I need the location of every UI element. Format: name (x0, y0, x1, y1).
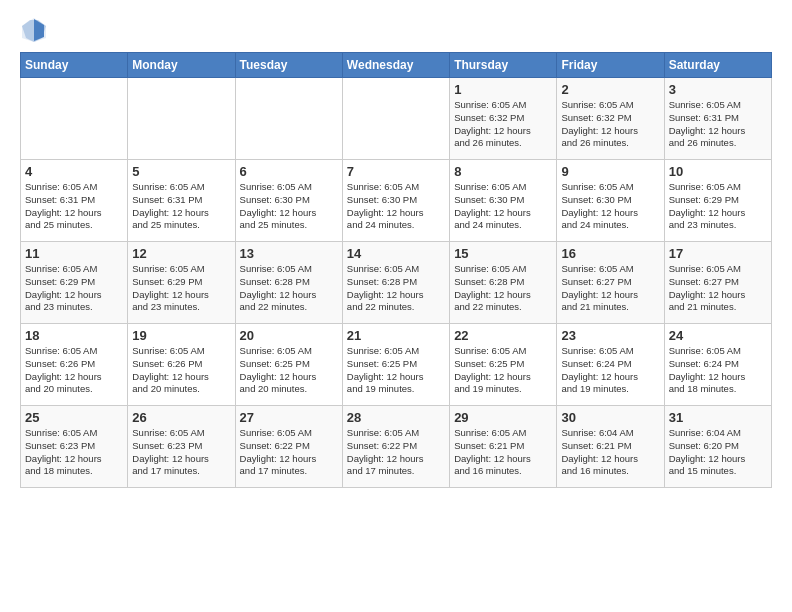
day-number: 8 (454, 164, 552, 179)
weekday-wednesday: Wednesday (342, 53, 449, 78)
calendar-cell: 1Sunrise: 6:05 AM Sunset: 6:32 PM Daylig… (450, 78, 557, 160)
day-info: Sunrise: 6:05 AM Sunset: 6:31 PM Dayligh… (25, 181, 123, 232)
calendar-cell: 15Sunrise: 6:05 AM Sunset: 6:28 PM Dayli… (450, 242, 557, 324)
weekday-thursday: Thursday (450, 53, 557, 78)
day-info: Sunrise: 6:05 AM Sunset: 6:25 PM Dayligh… (347, 345, 445, 396)
day-info: Sunrise: 6:05 AM Sunset: 6:29 PM Dayligh… (25, 263, 123, 314)
day-number: 13 (240, 246, 338, 261)
week-row-5: 25Sunrise: 6:05 AM Sunset: 6:23 PM Dayli… (21, 406, 772, 488)
calendar-cell: 17Sunrise: 6:05 AM Sunset: 6:27 PM Dayli… (664, 242, 771, 324)
day-number: 11 (25, 246, 123, 261)
day-info: Sunrise: 6:05 AM Sunset: 6:25 PM Dayligh… (454, 345, 552, 396)
day-info: Sunrise: 6:05 AM Sunset: 6:28 PM Dayligh… (240, 263, 338, 314)
calendar-cell: 7Sunrise: 6:05 AM Sunset: 6:30 PM Daylig… (342, 160, 449, 242)
calendar-cell: 26Sunrise: 6:05 AM Sunset: 6:23 PM Dayli… (128, 406, 235, 488)
calendar-cell: 20Sunrise: 6:05 AM Sunset: 6:25 PM Dayli… (235, 324, 342, 406)
day-number: 1 (454, 82, 552, 97)
day-number: 31 (669, 410, 767, 425)
day-number: 16 (561, 246, 659, 261)
calendar-cell: 23Sunrise: 6:05 AM Sunset: 6:24 PM Dayli… (557, 324, 664, 406)
day-info: Sunrise: 6:05 AM Sunset: 6:29 PM Dayligh… (669, 181, 767, 232)
calendar-cell: 24Sunrise: 6:05 AM Sunset: 6:24 PM Dayli… (664, 324, 771, 406)
week-row-4: 18Sunrise: 6:05 AM Sunset: 6:26 PM Dayli… (21, 324, 772, 406)
day-number: 26 (132, 410, 230, 425)
day-info: Sunrise: 6:05 AM Sunset: 6:28 PM Dayligh… (454, 263, 552, 314)
weekday-sunday: Sunday (21, 53, 128, 78)
day-number: 24 (669, 328, 767, 343)
week-row-2: 4Sunrise: 6:05 AM Sunset: 6:31 PM Daylig… (21, 160, 772, 242)
calendar-cell: 13Sunrise: 6:05 AM Sunset: 6:28 PM Dayli… (235, 242, 342, 324)
day-info: Sunrise: 6:05 AM Sunset: 6:23 PM Dayligh… (25, 427, 123, 478)
calendar-cell: 8Sunrise: 6:05 AM Sunset: 6:30 PM Daylig… (450, 160, 557, 242)
weekday-tuesday: Tuesday (235, 53, 342, 78)
day-info: Sunrise: 6:04 AM Sunset: 6:21 PM Dayligh… (561, 427, 659, 478)
day-number: 14 (347, 246, 445, 261)
day-info: Sunrise: 6:05 AM Sunset: 6:25 PM Dayligh… (240, 345, 338, 396)
day-number: 9 (561, 164, 659, 179)
day-number: 20 (240, 328, 338, 343)
day-info: Sunrise: 6:04 AM Sunset: 6:20 PM Dayligh… (669, 427, 767, 478)
calendar-cell: 30Sunrise: 6:04 AM Sunset: 6:21 PM Dayli… (557, 406, 664, 488)
day-info: Sunrise: 6:05 AM Sunset: 6:23 PM Dayligh… (132, 427, 230, 478)
day-number: 17 (669, 246, 767, 261)
day-number: 5 (132, 164, 230, 179)
day-number: 12 (132, 246, 230, 261)
calendar-cell: 4Sunrise: 6:05 AM Sunset: 6:31 PM Daylig… (21, 160, 128, 242)
day-info: Sunrise: 6:05 AM Sunset: 6:31 PM Dayligh… (669, 99, 767, 150)
day-number: 7 (347, 164, 445, 179)
calendar-cell: 6Sunrise: 6:05 AM Sunset: 6:30 PM Daylig… (235, 160, 342, 242)
day-number: 15 (454, 246, 552, 261)
day-info: Sunrise: 6:05 AM Sunset: 6:30 PM Dayligh… (454, 181, 552, 232)
day-number: 18 (25, 328, 123, 343)
calendar-cell: 27Sunrise: 6:05 AM Sunset: 6:22 PM Dayli… (235, 406, 342, 488)
calendar-cell: 31Sunrise: 6:04 AM Sunset: 6:20 PM Dayli… (664, 406, 771, 488)
calendar-cell: 14Sunrise: 6:05 AM Sunset: 6:28 PM Dayli… (342, 242, 449, 324)
calendar-cell: 12Sunrise: 6:05 AM Sunset: 6:29 PM Dayli… (128, 242, 235, 324)
logo-icon (20, 16, 48, 44)
day-info: Sunrise: 6:05 AM Sunset: 6:31 PM Dayligh… (132, 181, 230, 232)
day-info: Sunrise: 6:05 AM Sunset: 6:24 PM Dayligh… (561, 345, 659, 396)
calendar-cell: 21Sunrise: 6:05 AM Sunset: 6:25 PM Dayli… (342, 324, 449, 406)
calendar-cell: 11Sunrise: 6:05 AM Sunset: 6:29 PM Dayli… (21, 242, 128, 324)
day-number: 2 (561, 82, 659, 97)
day-number: 25 (25, 410, 123, 425)
calendar-cell (21, 78, 128, 160)
weekday-header-row: SundayMondayTuesdayWednesdayThursdayFrid… (21, 53, 772, 78)
day-info: Sunrise: 6:05 AM Sunset: 6:26 PM Dayligh… (25, 345, 123, 396)
day-number: 28 (347, 410, 445, 425)
day-info: Sunrise: 6:05 AM Sunset: 6:22 PM Dayligh… (240, 427, 338, 478)
week-row-3: 11Sunrise: 6:05 AM Sunset: 6:29 PM Dayli… (21, 242, 772, 324)
day-info: Sunrise: 6:05 AM Sunset: 6:26 PM Dayligh… (132, 345, 230, 396)
calendar-cell: 22Sunrise: 6:05 AM Sunset: 6:25 PM Dayli… (450, 324, 557, 406)
day-number: 19 (132, 328, 230, 343)
week-row-1: 1Sunrise: 6:05 AM Sunset: 6:32 PM Daylig… (21, 78, 772, 160)
logo (20, 16, 52, 44)
day-number: 29 (454, 410, 552, 425)
day-number: 27 (240, 410, 338, 425)
calendar-cell: 10Sunrise: 6:05 AM Sunset: 6:29 PM Dayli… (664, 160, 771, 242)
day-number: 4 (25, 164, 123, 179)
calendar-cell: 5Sunrise: 6:05 AM Sunset: 6:31 PM Daylig… (128, 160, 235, 242)
day-number: 23 (561, 328, 659, 343)
day-number: 10 (669, 164, 767, 179)
day-number: 22 (454, 328, 552, 343)
weekday-monday: Monday (128, 53, 235, 78)
calendar-cell: 9Sunrise: 6:05 AM Sunset: 6:30 PM Daylig… (557, 160, 664, 242)
header (20, 16, 772, 44)
calendar-cell (235, 78, 342, 160)
day-info: Sunrise: 6:05 AM Sunset: 6:30 PM Dayligh… (561, 181, 659, 232)
calendar-cell: 29Sunrise: 6:05 AM Sunset: 6:21 PM Dayli… (450, 406, 557, 488)
calendar-cell (342, 78, 449, 160)
day-number: 6 (240, 164, 338, 179)
calendar-cell (128, 78, 235, 160)
page: SundayMondayTuesdayWednesdayThursdayFrid… (0, 0, 792, 498)
day-info: Sunrise: 6:05 AM Sunset: 6:22 PM Dayligh… (347, 427, 445, 478)
day-info: Sunrise: 6:05 AM Sunset: 6:24 PM Dayligh… (669, 345, 767, 396)
day-number: 21 (347, 328, 445, 343)
weekday-saturday: Saturday (664, 53, 771, 78)
calendar-cell: 18Sunrise: 6:05 AM Sunset: 6:26 PM Dayli… (21, 324, 128, 406)
day-info: Sunrise: 6:05 AM Sunset: 6:29 PM Dayligh… (132, 263, 230, 314)
day-number: 3 (669, 82, 767, 97)
calendar: SundayMondayTuesdayWednesdayThursdayFrid… (20, 52, 772, 488)
day-info: Sunrise: 6:05 AM Sunset: 6:32 PM Dayligh… (561, 99, 659, 150)
